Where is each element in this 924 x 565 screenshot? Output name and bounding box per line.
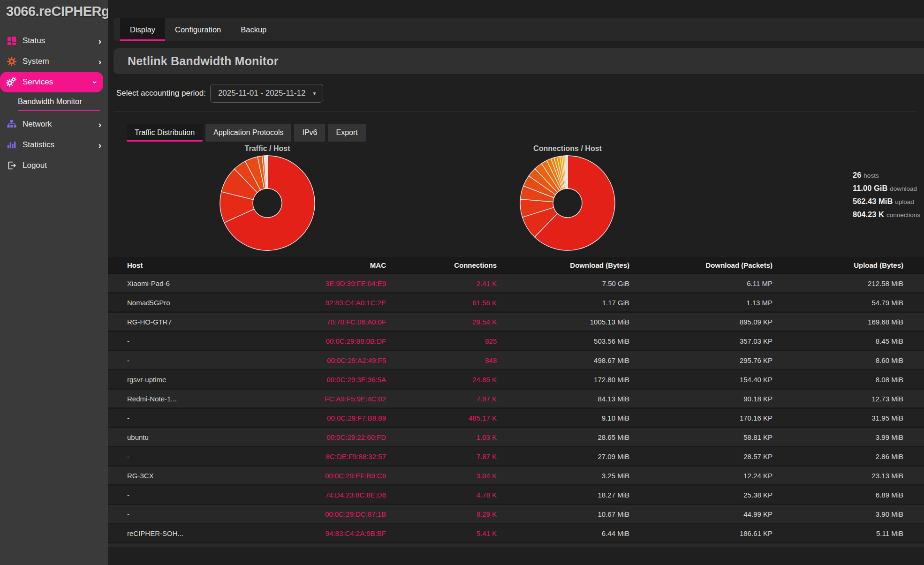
tab-label: Backup xyxy=(241,25,266,34)
cell-host: - xyxy=(108,414,269,422)
sidebar-subitem-bandwidth-monitor[interactable]: Bandwidth Monitor xyxy=(0,92,108,107)
table-row: Nomad5GPro92:83:C4:A0:1C:2E61.56 K1.17 G… xyxy=(108,294,924,313)
cell-download-bytes: 7.50 GiB xyxy=(497,279,629,287)
traffic-pie-title: Traffic / Host xyxy=(197,144,338,153)
subtab-ipv6[interactable]: IPv6 xyxy=(294,124,325,142)
hosts-table-header: Host MAC Connections Download (Bytes) Do… xyxy=(108,257,924,274)
sidebar-subitem-label: Bandwidth Monitor xyxy=(18,97,82,105)
cell-connections: 29.54 K xyxy=(386,318,497,326)
cell-host: - xyxy=(108,452,269,460)
cell-upload-bytes: 8.08 MiB xyxy=(773,376,924,384)
sidebar-item-statistics[interactable]: Statistics › xyxy=(0,135,108,155)
cell-download-packets: 6.11 MP xyxy=(629,279,773,287)
sidebar-menu: Status › System › Services › Bandwidth M… xyxy=(0,30,108,176)
cell-connections: 7.97 K xyxy=(386,395,497,403)
cell-host: - xyxy=(108,491,269,499)
cell-host: RG-HO-GTR7 xyxy=(108,318,269,326)
chevron-right-icon: › xyxy=(98,120,101,129)
cell-download-packets: 28.57 KP xyxy=(629,452,773,460)
cell-upload-bytes: 12.73 MiB xyxy=(773,395,924,403)
cell-download-packets: 357.03 KP xyxy=(629,337,773,345)
main-content: Display Configuration Backup Netlink Ban… xyxy=(108,0,924,565)
chevron-right-icon: › xyxy=(98,37,101,45)
cell-connections: 5.41 K xyxy=(386,529,497,537)
table-row: reCIPHER-SOH...94:83:C4:2A:9B:BF5.41 K6.… xyxy=(108,524,924,543)
cell-download-bytes: 3.25 MiB xyxy=(497,472,629,480)
tab-label: Display xyxy=(130,25,155,34)
hosts-table-body: Xiaomi-Pad-63E:9D:39:FE:04:E92.41 K7.50 … xyxy=(108,274,924,543)
cell-upload-bytes: 8.45 MiB xyxy=(773,337,924,345)
cell-connections: 825 xyxy=(386,337,497,345)
sidebar-item-label: Logout xyxy=(23,161,101,170)
cell-connections: 8.29 K xyxy=(386,510,497,518)
cell-upload-bytes: 6.89 MiB xyxy=(773,491,924,499)
cell-download-packets: 25.38 KP xyxy=(629,491,773,499)
cell-mac: 92:83:C4:A0:1C:2E xyxy=(269,299,386,307)
cell-download-packets: 90.18 KP xyxy=(629,395,773,403)
cell-download-bytes: 84.13 MiB xyxy=(497,395,629,403)
column-header-download-packets: Download (Packets) xyxy=(629,261,773,269)
column-header-connections: Connections xyxy=(386,261,497,269)
subtab-label: Export xyxy=(336,128,357,137)
accounting-period-row: Select accounting period: 2025-11-01 - 2… xyxy=(116,83,924,103)
partial-next-row xyxy=(108,543,924,547)
cell-mac: 00:0C:29:3E:36:5A xyxy=(269,376,386,384)
cell-upload-bytes: 169.68 MiB xyxy=(773,318,924,326)
cell-download-bytes: 1.17 GiB xyxy=(497,299,629,307)
subtab-export[interactable]: Export xyxy=(328,124,365,142)
cell-download-packets: 895.09 KP xyxy=(629,318,773,326)
sidebar-item-system[interactable]: System › xyxy=(0,51,108,72)
bandwidth-monitor-app: { "app": { "logo": "3066.reCIPHERgro" },… xyxy=(0,0,924,565)
cell-download-bytes: 503.56 MiB xyxy=(497,337,629,345)
tab-backup[interactable]: Backup xyxy=(231,18,276,41)
tab-configuration[interactable]: Configuration xyxy=(165,18,231,41)
column-header-upload-bytes: Upload (Bytes) xyxy=(773,261,924,269)
accounting-period-select[interactable]: 2025-11-01 - 2025-11-12 ▼ xyxy=(210,84,323,103)
stat-unit: upload xyxy=(895,198,914,205)
cell-download-bytes: 27.09 MiB xyxy=(497,452,629,460)
cell-mac: 70:70:FC:06:A0:0F xyxy=(269,318,386,326)
column-header-mac: MAC xyxy=(269,261,386,269)
table-row: -00:0C:29:88:0B:DF825503.56 MiB357.03 KP… xyxy=(108,332,924,351)
cell-mac: 74:D4:23:8C:8E:D6 xyxy=(269,491,386,499)
sidebar-item-services[interactable]: Services › xyxy=(0,72,103,92)
sidebar: 3066.reCIPHERgro Status › System › xyxy=(0,0,108,565)
cell-download-packets: 58.81 KP xyxy=(629,433,773,441)
cell-mac: 00:0C:29:88:0B:DF xyxy=(269,337,386,345)
grid-icon xyxy=(6,35,17,46)
accounting-period-value: 2025-11-01 - 2025-11-12 xyxy=(218,89,306,98)
page-title: Netlink Bandwidth Monitor xyxy=(128,54,279,68)
cell-mac: 00:0C:29:A2:49:F5 xyxy=(269,356,386,364)
cell-download-packets: 170.16 KP xyxy=(629,414,773,422)
sidebar-item-label: Services xyxy=(23,77,94,87)
section-divider xyxy=(114,112,917,112)
cell-host: Redmi-Note-1... xyxy=(108,395,269,403)
cell-download-bytes: 1005.13 MiB xyxy=(497,318,629,326)
stat-unit: download xyxy=(890,185,917,192)
cell-download-bytes: 172.80 MiB xyxy=(497,376,629,384)
top-tab-bar: Display Configuration Backup xyxy=(114,18,924,41)
table-row: RG-3CX00:0C:29:EF:B9:C63.04 K3.25 MiB12.… xyxy=(108,467,924,486)
stat-connections: 804.23 Kconnections xyxy=(853,210,920,219)
sidebar-item-label: Network xyxy=(23,120,98,129)
stat-hosts: 26hosts xyxy=(853,171,920,180)
sidebar-item-network[interactable]: Network › xyxy=(0,114,108,135)
logout-icon xyxy=(6,160,17,171)
tab-display[interactable]: Display xyxy=(120,18,165,41)
cell-upload-bytes: 5.11 MiB xyxy=(773,529,924,537)
stat-value: 26 xyxy=(853,171,861,179)
cell-mac: 8C:DE:F9:88:32:57 xyxy=(269,452,386,460)
subtab-traffic-distribution[interactable]: Traffic Distribution xyxy=(127,124,203,142)
cell-mac: 00:0C:29:DC:87:1B xyxy=(269,510,386,518)
subtab-label: IPv6 xyxy=(302,128,317,137)
stat-unit: connections xyxy=(886,211,920,218)
table-row: -00:0C:29:A2:49:F5848498.67 MiB295.76 KP… xyxy=(108,351,924,370)
gear-icon xyxy=(6,56,17,67)
table-row: -74:D4:23:8C:8E:D64.78 K18.27 MiB25.38 K… xyxy=(108,486,924,505)
cell-mac: FC:A9:F5:9E:4C:02 xyxy=(269,395,386,403)
sidebar-item-status[interactable]: Status › xyxy=(0,30,108,51)
sidebar-item-logout[interactable]: Logout xyxy=(0,155,108,176)
cell-download-bytes: 18.27 MiB xyxy=(497,491,629,499)
subtab-application-protocols[interactable]: Application Protocols xyxy=(205,124,291,142)
column-header-download-bytes: Download (Bytes) xyxy=(497,261,629,269)
